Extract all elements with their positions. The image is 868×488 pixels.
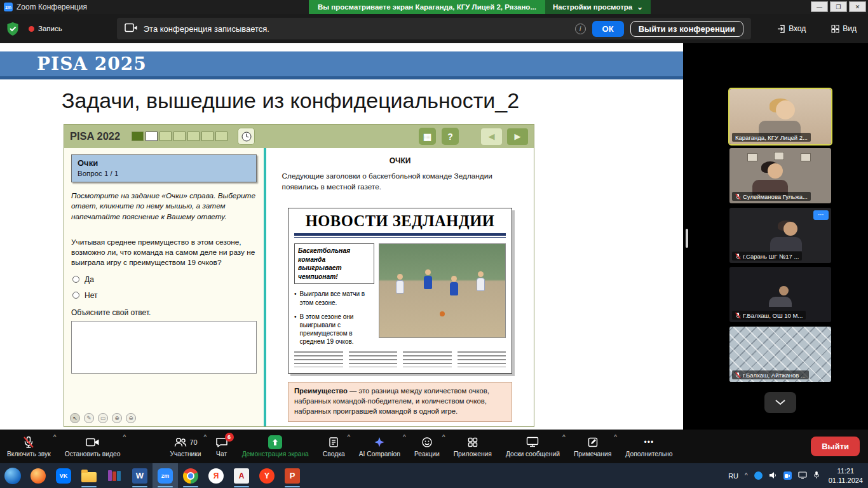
stop-video-button[interactable]: ^ Остановить видео	[58, 430, 128, 463]
window-title: Zoom Конференция	[17, 3, 87, 11]
participant-name: Сулейманова Гульжа...	[743, 193, 808, 200]
apps-button[interactable]: Приложения	[447, 430, 499, 463]
taskbar-vk-button[interactable]: VK	[51, 463, 76, 488]
ai-companion-button[interactable]: ^ AI Companion	[352, 430, 407, 463]
participant-name: Караганда, КГУ Лицей 2...	[735, 134, 808, 141]
taskbar-yandex-button[interactable]: Я	[203, 463, 229, 488]
share-screen-button[interactable]: Демонстрация экрана	[235, 430, 316, 463]
zoom-in-tool-icon[interactable]: ⊕	[112, 413, 122, 423]
calculator-button[interactable]: ▦	[419, 128, 436, 145]
chevron-up-icon[interactable]: ^	[562, 433, 566, 440]
question-nav: ◀ ▶	[481, 128, 528, 145]
ok-button[interactable]: ОК	[592, 21, 624, 37]
prev-question-button[interactable]: ◀	[481, 128, 502, 145]
chevron-up-icon[interactable]: ^	[442, 433, 445, 440]
participant-tile[interactable]: Сулейманова Гульжа...	[729, 148, 831, 203]
zoom-out-tool-icon[interactable]: ⊖	[126, 413, 136, 423]
notes-button[interactable]: ^ Примечания	[567, 430, 618, 463]
participant-more-button[interactable]: ⋯	[813, 210, 829, 220]
mute-button[interactable]: ^ Включить звук	[0, 430, 58, 463]
participant-name-badge: Караганда, КГУ Лицей 2...	[732, 133, 811, 142]
view-settings-label: Настройки просмотра	[553, 3, 632, 11]
taskbar-browser-button[interactable]	[25, 463, 51, 488]
view-button[interactable]: Вид	[831, 24, 857, 33]
tray-mic-icon[interactable]	[813, 471, 820, 480]
sidebar-scrollbar[interactable]	[686, 229, 688, 248]
info-icon[interactable]: i	[575, 24, 586, 34]
taskbar-yandex-browser-button[interactable]: Y	[254, 463, 280, 488]
participant-name-badge: г.Сарань ШГ №17 ...	[732, 252, 802, 261]
stop-video-label: Остановить видео	[65, 451, 121, 458]
next-question-button[interactable]: ▶	[507, 128, 528, 145]
tray-expand-icon[interactable]: ^	[745, 472, 748, 479]
summary-button[interactable]: ^ Сводка	[316, 430, 352, 463]
participants-label: Участники	[170, 451, 201, 458]
view-settings-dropdown[interactable]: Настройки просмотра ⌄	[545, 0, 651, 14]
participants-sidebar: Караганда, КГУ Лицей 2... Сулейманова Гу…	[683, 43, 868, 430]
powerpoint-icon: P	[285, 468, 300, 484]
ai-companion-label: AI Companion	[359, 451, 400, 458]
whiteboard-icon	[526, 436, 539, 449]
timer-clock-icon[interactable]	[238, 128, 255, 145]
highlight-tool-icon[interactable]: ▭	[98, 413, 108, 423]
tray-volume-icon[interactable]	[769, 471, 777, 480]
chevron-up-icon[interactable]: ^	[347, 433, 350, 440]
tray-zoom-icon[interactable]	[783, 471, 792, 480]
acrobat-icon: A	[234, 468, 249, 484]
reactions-button[interactable]: ^ Реакции	[407, 430, 447, 463]
minimize-button[interactable]: —	[811, 1, 828, 12]
start-button[interactable]	[0, 463, 25, 488]
answer-textarea[interactable]	[71, 321, 257, 374]
chevron-up-icon[interactable]: ^	[123, 433, 126, 440]
whiteboards-button[interactable]: ^ Доски сообщений	[499, 430, 567, 463]
chevron-up-icon[interactable]: ^	[53, 433, 56, 440]
newspaper-title: НОВОСТИ ЗЕДЛАНДИИ	[294, 210, 506, 233]
taskbar-chrome-button[interactable]	[178, 463, 203, 488]
tray-app-icon[interactable]	[754, 471, 763, 480]
restore-button[interactable]: ❐	[830, 1, 847, 12]
recording-notice-text: Эта конференция записывается.	[144, 24, 269, 34]
help-button[interactable]: ?	[442, 128, 459, 145]
question-panel: Очки Вопрос 1 / 1 Посмотрите на задание …	[64, 148, 266, 426]
login-button[interactable]: Вход	[777, 24, 806, 33]
chevron-up-icon[interactable]: ^	[403, 433, 406, 440]
leave-button[interactable]: Выйти	[811, 437, 860, 456]
tray-display-icon[interactable]	[798, 471, 807, 480]
chevron-up-icon[interactable]: ^	[203, 433, 207, 440]
taskbar-powerpoint-button[interactable]: P	[280, 463, 305, 488]
chevron-up-icon[interactable]: ^	[614, 433, 617, 440]
radio-yes[interactable]	[72, 276, 79, 283]
taskbar-word-button[interactable]: W	[127, 463, 153, 488]
language-indicator[interactable]: RU	[728, 472, 738, 480]
chat-bubble-icon: 6	[215, 436, 228, 449]
participant-tile[interactable]: Г.Балхаш, ОШ 10 М...	[729, 267, 831, 322]
option-yes-row[interactable]: Да	[71, 275, 257, 284]
close-button[interactable]: ✕	[849, 1, 866, 12]
taskbar-clock[interactable]: 11:21 01.11.2024	[829, 466, 863, 485]
chrome-icon	[183, 468, 198, 484]
system-tray: RU ^ 11:21 01.11.2024	[728, 466, 868, 485]
radio-no[interactable]	[72, 292, 79, 299]
chat-button[interactable]: ^ 6 Чат	[208, 430, 235, 463]
taskbar-acrobat-button[interactable]: A	[229, 463, 254, 488]
collapse-videos-button[interactable]	[764, 392, 796, 413]
participant-tile[interactable]: Караганда, КГУ Лицей 2...	[729, 89, 831, 144]
participant-tile[interactable]: ⋯ г.Сарань ШГ №17 ...	[729, 208, 831, 263]
more-button[interactable]: ••• Дополнительно	[618, 430, 679, 463]
stimulus-title: ОЧКИ	[390, 156, 411, 165]
yandex-search-icon: Я	[208, 468, 224, 484]
pen-tool-icon[interactable]: ✎	[84, 413, 94, 423]
option-no-row[interactable]: Нет	[71, 291, 257, 300]
window-controls: — ❐ ✕	[811, 1, 866, 12]
participant-tile[interactable]: г.Балхаш, Айтжанов ...	[729, 327, 831, 382]
player-figure	[395, 274, 406, 294]
mute-label: Включить звук	[7, 451, 51, 458]
chevron-down-icon: ⌄	[637, 3, 643, 11]
security-shield-icon[interactable]	[6, 22, 19, 36]
taskbar-winrar-button[interactable]	[102, 463, 127, 488]
participants-button[interactable]: ^ 70 Участники	[163, 430, 208, 463]
taskbar-explorer-button[interactable]	[76, 463, 102, 488]
taskbar-zoom-button[interactable]: zm	[153, 463, 178, 488]
cursor-tool-icon[interactable]: ↖	[70, 413, 80, 423]
leave-meeting-button[interactable]: Выйти из конференции	[630, 21, 743, 37]
